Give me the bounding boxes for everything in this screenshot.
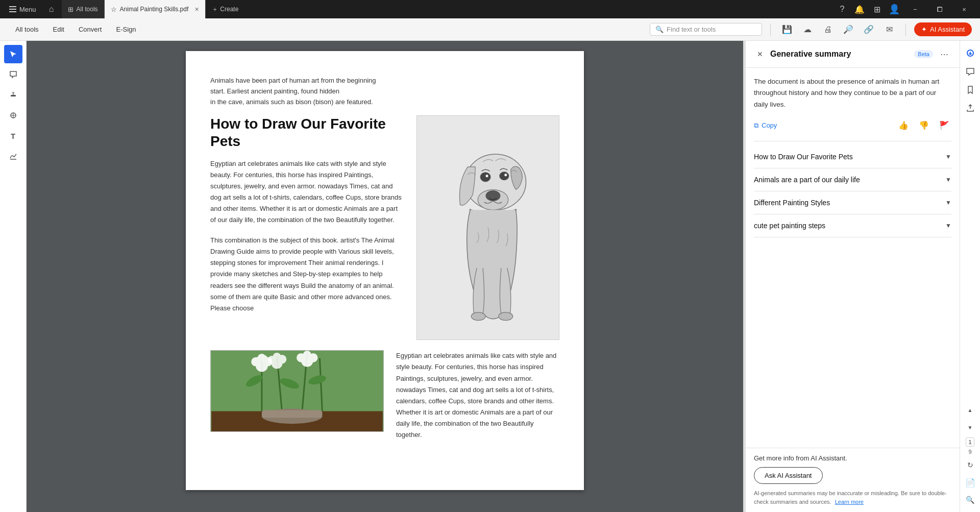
toolbar-menu: All tools Edit Convert E-Sign bbox=[8, 22, 650, 36]
pdf-image-col bbox=[416, 115, 559, 340]
accordion-title-2: Different Painting Styles bbox=[754, 199, 941, 207]
ai-icon: ✦ bbox=[921, 26, 927, 33]
page-number-badge: 1 bbox=[966, 437, 974, 447]
zoom-in-btn[interactable]: 🔍 bbox=[962, 492, 978, 508]
upload-icon-btn[interactable]: ☁ bbox=[799, 21, 816, 38]
profile-icon-btn[interactable]: 👤 bbox=[886, 1, 902, 17]
text-tool-btn[interactable]: T bbox=[4, 127, 22, 145]
accordion-item-2: Different Painting Styles ▼ bbox=[754, 191, 951, 214]
accordion-item-1: Animals are a part of our daily life ▼ bbox=[754, 168, 951, 191]
feedback-buttons: 👍 👎 🚩 bbox=[896, 118, 951, 133]
svg-point-5 bbox=[480, 173, 491, 182]
pdf-body-para-2: This combination is the subject of this … bbox=[210, 235, 404, 314]
close-button[interactable]: × bbox=[952, 0, 976, 18]
new-tab-button[interactable]: ＋ Create bbox=[206, 0, 244, 18]
accordion-title-3: cute pet painting steps bbox=[754, 222, 941, 230]
intro-line-3: in the cave, animals such as bison (biso… bbox=[210, 97, 559, 108]
accordion-header-0[interactable]: How to Draw Our Favorite Pets ▼ bbox=[754, 145, 951, 168]
pdf-viewer[interactable]: Animals have been part of human art from… bbox=[27, 41, 743, 512]
save-icon-btn[interactable]: 💾 bbox=[779, 21, 795, 38]
menu-button[interactable]: Menu bbox=[4, 4, 41, 15]
tab-pdf[interactable]: ☆ Animal Painting Skills.pdf ✕ bbox=[105, 0, 206, 18]
pdf-main-heading: How to Draw Our Favorite Pets bbox=[210, 115, 404, 150]
all-tools-tab-label: All tools bbox=[77, 6, 98, 13]
pdf-body-para-1: Egyptian art celebrates animals like cat… bbox=[210, 158, 404, 226]
hamburger-icon bbox=[9, 6, 16, 12]
help-icon-btn[interactable]: ? bbox=[834, 1, 850, 17]
pdf-page: Animals have been part of human art from… bbox=[186, 51, 584, 490]
total-pages-badge: 9 bbox=[967, 448, 972, 456]
get-more-info-text: Get more info from AI Assistant. bbox=[754, 454, 951, 462]
left-tool-sidebar: T bbox=[0, 41, 27, 512]
signature-tool-btn[interactable] bbox=[4, 147, 22, 165]
accordion-header-1[interactable]: Animals are a part of our daily life ▼ bbox=[754, 168, 951, 191]
svg-point-10 bbox=[471, 312, 485, 321]
tab-close-button[interactable]: ✕ bbox=[194, 6, 199, 13]
all-tools-icon: ⊞ bbox=[68, 6, 74, 13]
bookmark-edge-btn[interactable] bbox=[962, 82, 978, 98]
ai-assistant-button[interactable]: ✦ AI Assistant bbox=[914, 22, 972, 36]
svg-point-23 bbox=[258, 354, 266, 362]
apps-icon-btn[interactable]: ⊞ bbox=[869, 1, 885, 17]
maximize-button[interactable]: ⧠ bbox=[928, 0, 951, 18]
accordion-title-0: How to Draw Our Favorite Pets bbox=[754, 153, 941, 161]
plus-icon: ＋ bbox=[212, 5, 218, 14]
close-panel-button[interactable]: ✕ bbox=[754, 48, 766, 60]
panel-title: Generative summary bbox=[770, 50, 910, 59]
comment-tool-btn[interactable] bbox=[4, 65, 22, 84]
thumbs-down-button[interactable]: 👎 bbox=[917, 118, 931, 133]
home-button[interactable]: ⌂ bbox=[43, 1, 60, 17]
pdf-bottom-row: Egyptian art celebrates animals like cat… bbox=[210, 350, 559, 441]
export-edge-btn[interactable] bbox=[962, 100, 978, 116]
search-field[interactable]: 🔍 Find text or tools bbox=[650, 23, 762, 36]
zoom-out-btn[interactable]: 📄 bbox=[962, 474, 978, 491]
total-pages-value: 9 bbox=[968, 449, 971, 455]
zoom-icon-btn[interactable]: 🔎 bbox=[840, 21, 856, 38]
thumbs-up-button[interactable]: 👍 bbox=[896, 118, 911, 133]
eraser-tool-btn[interactable] bbox=[4, 106, 22, 125]
learn-more-link[interactable]: Learn more bbox=[835, 499, 864, 505]
ask-ai-button[interactable]: Ask AI Assistant bbox=[754, 467, 823, 484]
copy-label: Copy bbox=[762, 121, 777, 129]
svg-point-11 bbox=[499, 312, 513, 321]
create-label: Create bbox=[220, 6, 238, 13]
refresh-btn[interactable]: ↻ bbox=[962, 457, 978, 473]
flag-button[interactable]: 🚩 bbox=[937, 118, 951, 133]
dog-illustration bbox=[416, 115, 559, 340]
minimize-button[interactable]: − bbox=[903, 0, 927, 18]
mail-icon-btn[interactable]: ✉ bbox=[881, 21, 897, 38]
print-icon-btn[interactable]: 🖨 bbox=[820, 21, 836, 38]
copy-button[interactable]: ⧉ Copy bbox=[754, 121, 777, 130]
svg-point-9 bbox=[486, 191, 500, 201]
accordion-header-3[interactable]: cute pet painting steps ▼ bbox=[754, 214, 951, 237]
scroll-up-btn[interactable]: ▲ bbox=[962, 402, 978, 418]
summary-content-area: The document is about the presence of an… bbox=[746, 68, 960, 448]
copy-icon: ⧉ bbox=[754, 121, 758, 130]
toolbar-divider-2 bbox=[905, 23, 906, 36]
esign-menu-item[interactable]: E-Sign bbox=[109, 22, 143, 36]
chat-edge-btn[interactable] bbox=[962, 63, 978, 80]
highlight-tool-btn[interactable] bbox=[4, 86, 22, 104]
pdf-tab-label: Animal Painting Skills.pdf bbox=[120, 6, 189, 13]
ai-assistant-edge-btn[interactable] bbox=[962, 45, 978, 61]
disclaimer-text: AI-generated summaries may be inaccurate… bbox=[754, 489, 951, 506]
notifications-icon-btn[interactable]: 🔔 bbox=[851, 1, 868, 17]
chevron-icon-3: ▼ bbox=[945, 222, 951, 229]
all-tools-menu-item[interactable]: All tools bbox=[8, 22, 46, 36]
toolbar-right: 🔍 Find text or tools 💾 ☁ 🖨 🔎 🔗 ✉ ✦ AI As… bbox=[650, 21, 972, 38]
svg-rect-0 bbox=[11, 95, 16, 96]
tab-bar: ⊞ All tools ☆ Animal Painting Skills.pdf… bbox=[62, 0, 832, 18]
accordion-header-2[interactable]: Different Painting Styles ▼ bbox=[754, 191, 951, 214]
search-icon: 🔍 bbox=[655, 26, 664, 33]
scroll-down-btn[interactable]: ▼ bbox=[962, 419, 978, 435]
link-icon-btn[interactable]: 🔗 bbox=[861, 21, 877, 38]
panel-more-button[interactable]: ⋯ bbox=[937, 47, 951, 61]
tab-all-tools[interactable]: ⊞ All tools bbox=[62, 0, 105, 18]
edit-menu-item[interactable]: Edit bbox=[46, 22, 71, 36]
window-controls: ? 🔔 ⊞ 👤 − ⧠ × bbox=[834, 0, 976, 18]
select-tool-btn[interactable] bbox=[4, 45, 22, 63]
convert-menu-item[interactable]: Convert bbox=[71, 22, 109, 36]
pdf-intro-text: Animals have been part of human art from… bbox=[210, 76, 559, 107]
search-placeholder: Find text or tools bbox=[667, 26, 716, 33]
pdf-bottom-text: Egyptian art celebrates animals like cat… bbox=[396, 350, 559, 441]
